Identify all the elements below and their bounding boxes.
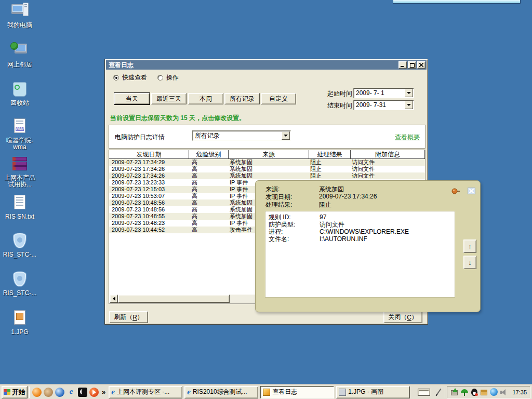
cell-info: 访问文件 (351, 172, 425, 179)
col-header-date[interactable]: 发现日期 (109, 150, 189, 158)
umbrella-antivirus-icon[interactable] (460, 388, 469, 396)
col-header-level[interactable]: 危险级别 (189, 150, 229, 158)
taskbar-task-ie-2[interactable]: e RIS2010综合测试... (184, 386, 258, 398)
start-time-combobox[interactable]: 2009- 7- 1 (353, 88, 414, 98)
cell-level: 高 (189, 206, 229, 213)
cell-date: 2009-07-23 17:34:26 (109, 166, 189, 172)
google-earth-icon[interactable] (55, 388, 64, 397)
cell-level: 高 (189, 159, 229, 166)
popup-detail-box: 规则 ID: 97 防护类型: 访问文件 进程: C:\WINDOWS\EXPL… (265, 211, 455, 298)
close-button-label: 关闭（ (388, 313, 407, 322)
col-header-info[interactable]: 附加信息 (351, 150, 425, 158)
close-button-label-end: ） (411, 313, 418, 322)
desktop-icon-my-computer[interactable]: 我的电脑 (0, 3, 39, 29)
arrow-left-icon (113, 297, 115, 301)
keyboard-icon[interactable] (418, 389, 430, 396)
installer-shield-icon (10, 271, 29, 288)
close-button[interactable] (417, 61, 425, 69)
close-window-button[interactable]: 关闭（C） (383, 311, 422, 323)
table-row[interactable]: 2009-07-23 17:34:26高系统加固阻止访问文件 (109, 172, 425, 179)
range-custom-button[interactable]: 自定义 (261, 93, 296, 104)
globe-icon[interactable] (490, 388, 498, 396)
pen-icon[interactable] (436, 388, 442, 395)
cell-level: 高 (189, 172, 229, 179)
refresh-button[interactable]: 刷新（R） (109, 311, 148, 323)
desktop-icon-installer-1[interactable]: RIS_STC-... (0, 232, 39, 258)
next-record-button[interactable]: ↓ (463, 256, 476, 269)
record-filter-dropdown-button[interactable] (282, 131, 290, 140)
cell-level: 高 (189, 186, 229, 193)
log-table-header: 发现日期 危险级别 来源 处理结果 附加信息 (109, 150, 425, 159)
desktop-icon-label: RIS_STC-... (0, 290, 39, 297)
end-time-dropdown-button[interactable] (405, 101, 413, 109)
ie-icon[interactable]: e (66, 388, 76, 397)
pushpin-icon[interactable] (451, 188, 460, 195)
desktop-icon-installer-2[interactable]: RIS_STC-... (0, 271, 39, 297)
desktop-icon-recycle-bin[interactable]: 回收站 (0, 81, 39, 107)
popup-close-button[interactable] (468, 188, 475, 194)
qq-messenger-icon[interactable] (470, 388, 478, 396)
radio-quick-view[interactable] (113, 75, 119, 81)
radio-actions-label: 操作 (166, 73, 179, 82)
cell-date: 2009-07-23 17:34:26 (109, 172, 189, 179)
quicklaunch-overflow-chevron[interactable]: » (102, 388, 105, 396)
filter-label: 电脑防护日志详情 (115, 133, 165, 142)
close-icon (419, 63, 423, 67)
volume-icon[interactable] (499, 388, 508, 396)
desktop-icon-label: 1.JPG (0, 329, 39, 336)
cell-date: 2009-07-23 10:48:56 (109, 206, 189, 213)
cell-result: 阻止 (309, 166, 351, 172)
range-today-button[interactable]: 当天 (114, 93, 150, 104)
taskbar-task-paint[interactable]: 1.JPG - 画图 (336, 386, 410, 398)
maximize-button[interactable] (408, 61, 416, 69)
desktop-icon-rar-archive[interactable]: 上网本产品 试用协... (0, 155, 39, 188)
col-header-source[interactable]: 来源 (229, 150, 309, 158)
end-time-label: 结束时间 (327, 101, 353, 110)
desktop-icon-wma-file[interactable]: WMA 喧器学院. wma (0, 118, 39, 151)
detail-value: 97 (320, 214, 326, 221)
range-last3days-button[interactable]: 最近三天 (151, 93, 187, 104)
offscreen-window-edge[interactable] (393, 0, 521, 4)
radio-actions[interactable] (157, 75, 163, 81)
emule-icon[interactable] (44, 388, 53, 397)
record-filter-combobox[interactable]: 所有记录 (192, 130, 291, 141)
window-title: 查看日志 (109, 61, 134, 70)
scroll-left-button[interactable] (110, 295, 118, 303)
table-row[interactable]: 2009-07-23 17:34:29高系统加固阻止访问文件 (109, 159, 425, 166)
media-player-icon[interactable] (78, 388, 87, 397)
start-button[interactable]: 开始 (2, 386, 28, 398)
desktop-icon-jpeg[interactable]: 1.JPG (0, 310, 39, 336)
security-arrow-icon[interactable] (450, 388, 459, 396)
player-play-icon[interactable] (89, 388, 99, 397)
window-titlebar[interactable]: 查看日志 (106, 60, 427, 70)
retention-notice[interactable]: 当前设置日志保留天数为 15 天，点击修改设置。 (110, 114, 245, 123)
desktop-icon-network-places[interactable]: 网上邻居 (0, 42, 39, 68)
installer-shield-icon (10, 232, 29, 250)
range-allrecords-button[interactable]: 所有记录 (224, 93, 260, 104)
cell-date: 2009-07-23 10:48:56 (109, 200, 189, 206)
col-header-result[interactable]: 处理结果 (309, 150, 351, 158)
package-icon[interactable] (480, 388, 488, 396)
detail-label: 防护类型: (269, 221, 320, 228)
taskbar-task-ie-1[interactable]: e 上网本评测专区 -... (109, 386, 182, 398)
detail-row-filename: 文件名: I:\AUTORUN.INF (269, 235, 455, 243)
cell-level: 高 (189, 200, 229, 206)
start-time-dropdown-button[interactable] (405, 89, 413, 97)
tray-clock[interactable]: 17:35 (512, 389, 527, 395)
taskbar-task-log-viewer[interactable]: 查看日志 (260, 386, 334, 398)
table-row[interactable]: 2009-07-23 17:34:26高系统加固阻止访问文件 (109, 166, 425, 172)
scrollbar-thumb[interactable] (118, 295, 230, 303)
range-thisweek-button[interactable]: 本周 (188, 93, 223, 104)
jpeg-image-icon (10, 310, 29, 327)
end-time-combobox[interactable]: 2009- 7-31 (353, 100, 414, 110)
log-detail-popup: 来源: 系统加固 发现日期: 2009-07-23 17:34:26 处理结果:… (255, 180, 481, 312)
desktop-icon-text-file[interactable]: RIS SN.txt (0, 194, 39, 220)
taskbar: 开始 e » e 上网本评测专区 -... e RIS2010综合测试... 查… (0, 384, 532, 399)
cell-level: 高 (189, 166, 229, 172)
cell-source: 系统加固 (229, 172, 309, 179)
minimize-button[interactable] (398, 61, 407, 69)
previous-record-button[interactable]: ↑ (463, 240, 476, 253)
orange-browser-icon[interactable] (32, 388, 42, 397)
view-summary-link[interactable]: 查看概要 (395, 133, 420, 142)
cell-date: 2009-07-23 10:48:23 (109, 220, 189, 227)
